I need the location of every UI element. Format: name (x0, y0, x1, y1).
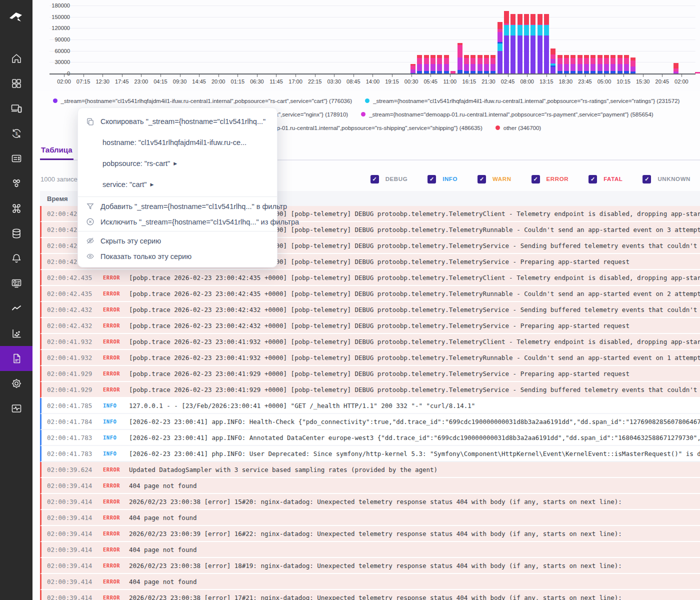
menu-exclude-filter[interactable]: Исключить "_stream={hostname="cl1v541rlh… (78, 214, 277, 230)
chart-bar[interactable] (564, 55, 569, 74)
bar-segment-magenta (458, 58, 462, 70)
table-row[interactable]: 02:00:42.432ERROR[pobp.trace 2026-02-23 … (40, 318, 700, 334)
chart-bar[interactable] (590, 55, 596, 74)
sidebar-item-monitoring-waveform[interactable] (0, 396, 32, 421)
sidebar-item-devices[interactable] (0, 96, 32, 121)
chart-bar[interactable] (630, 58, 636, 74)
legend-item[interactable]: other (346700) (496, 125, 541, 131)
table-row[interactable]: 02:00:41.784INFO[2026-02-23 23:00:41] ap… (40, 414, 700, 430)
sidebar-item-settings-gear[interactable] (0, 371, 32, 396)
chart-bar[interactable] (410, 64, 416, 74)
sidebar-item-database[interactable] (0, 221, 32, 246)
level-filter-error[interactable]: ✓ERROR (532, 175, 569, 184)
chart-bar[interactable] (584, 55, 589, 74)
chart-bar[interactable] (550, 48, 556, 74)
legend-item[interactable]: _stream={hostname="cl1v541rlhqfajdm4il1-… (365, 98, 680, 104)
chart-bar[interactable] (674, 63, 678, 74)
table-row[interactable]: 02:00:39.624ERRORUpdated DatadogSampler … (40, 462, 700, 478)
chart-bar[interactable] (598, 55, 602, 74)
chart-bar[interactable] (504, 11, 509, 74)
chart-bar[interactable] (510, 14, 516, 74)
chart-bar[interactable] (604, 55, 609, 74)
chart-bar[interactable] (538, 14, 542, 74)
checkbox-checked-icon[interactable]: ✓ (588, 175, 597, 184)
legend-item[interactable]: _stream={hostname="demoapp-01.ru-central… (361, 112, 654, 118)
table-row[interactable]: 02:00:42.435ERROR[pobp.trace 2026-02-23 … (40, 286, 700, 302)
chart-bar[interactable] (424, 55, 429, 74)
level-filter-warn[interactable]: ✓WARN (478, 175, 512, 184)
chart-bar[interactable] (464, 55, 469, 74)
table-row[interactable]: 02:00:41.929ERROR[pobp.trace 2026-02-23 … (40, 382, 700, 398)
tab-table[interactable]: Таблица (40, 142, 74, 160)
table-row[interactable]: 02:00:41.785INFO127.0.0.1 - - [23/Feb/20… (40, 398, 700, 414)
table-row[interactable]: 02:00:41.783INFO[2026-02-23 23:00:41] ap… (40, 430, 700, 446)
checkbox-checked-icon[interactable]: ✓ (428, 175, 436, 184)
bar-segment-red (524, 14, 529, 24)
table-row[interactable]: 02:00:41.932ERROR[pobp.trace 2026-02-23 … (40, 334, 700, 350)
sidebar-item-billing-sync[interactable]: $ (0, 121, 32, 146)
checkbox-checked-icon[interactable]: ✓ (370, 175, 379, 184)
table-row[interactable]: 02:00:39.414ERROR2026/02/23 23:00:38 [er… (40, 558, 700, 574)
chart-bar[interactable] (578, 55, 582, 74)
table-row[interactable]: 02:00:41.932ERROR[pobp.trace 2026-02-23 … (40, 350, 700, 366)
sidebar-item-scatter-chart[interactable] (0, 321, 32, 346)
chart-bar[interactable] (498, 22, 502, 74)
table-row[interactable]: 02:00:42.435ERROR[pobp.trace 2026-02-23 … (40, 270, 700, 286)
table-row[interactable]: 02:00:42.432ERROR[pobp.trace 2026-02-23 … (40, 302, 700, 318)
menu-field-service[interactable]: service: "cart" ▶ (78, 174, 277, 195)
chart-bar[interactable] (558, 55, 562, 74)
checkbox-checked-icon[interactable]: ✓ (532, 175, 540, 184)
sidebar-item-cluster-hexagons[interactable] (0, 171, 32, 196)
table-row[interactable]: 02:00:41.929ERROR[pobp.trace 2026-02-23 … (40, 366, 700, 382)
legend-item[interactable]: _stream={hostname="cl1v541rlhqfajdm4il1-… (53, 98, 352, 104)
chart-bar[interactable] (518, 14, 522, 74)
table-row[interactable]: 02:00:39.414ERROR2026/02/23 23:00:38 [er… (40, 494, 700, 510)
chart-bar[interactable] (470, 55, 476, 74)
row-message: 404 page not found (129, 578, 700, 586)
sidebar-item-kiosk-dashboard[interactable] (0, 271, 32, 296)
checkbox-checked-icon[interactable]: ✓ (642, 175, 651, 184)
sidebar-item-notifications-bell[interactable] (0, 246, 32, 271)
sidebar-item-home[interactable] (0, 46, 32, 71)
row-message: [pobp.trace 2026-02-23 23:00:42:432 +000… (129, 322, 700, 330)
sidebar-item-command[interactable] (0, 196, 32, 221)
sidebar-item-trend-line[interactable] (0, 296, 32, 321)
chart-bar[interactable] (610, 55, 616, 74)
chart-bar[interactable] (430, 55, 436, 74)
chart-bar[interactable] (478, 55, 482, 74)
chart-bar[interactable] (695, 72, 700, 74)
table-row[interactable]: 02:00:39.414ERROR2026/02/23 23:00:38 [er… (40, 590, 700, 600)
level-filter-fatal[interactable]: ✓FATAL (588, 175, 622, 184)
sidebar-item-server[interactable] (0, 146, 32, 171)
chart-bar[interactable] (530, 14, 536, 74)
chart-bar[interactable] (490, 55, 496, 74)
chart-bar[interactable] (618, 55, 622, 74)
table-row[interactable]: 02:00:39.414ERROR404 page not found (40, 478, 700, 494)
table-row[interactable]: 02:00:41.783INFO[2026-02-23 23:00:41] ph… (40, 446, 700, 462)
level-filter-debug[interactable]: ✓DEBUG (370, 175, 408, 184)
table-row[interactable]: 02:00:39.414ERROR404 page not found (40, 574, 700, 590)
chart-bar[interactable] (444, 55, 449, 74)
chart-bar[interactable] (417, 55, 422, 74)
chart-bar[interactable] (437, 55, 442, 74)
menu-copy[interactable]: Скопировать "_stream={hostname="cl1v541r… (78, 111, 277, 132)
level-filter-unknown[interactable]: ✓UNKNOWN (642, 175, 690, 184)
menu-field-hostname[interactable]: hostname: "cl1v541rlhqfajdm4il1-ifuw.ru-… (78, 132, 277, 153)
sidebar-item-logs-document[interactable] (0, 346, 32, 371)
chart-bar[interactable] (544, 14, 549, 74)
table-row[interactable]: 02:00:39.414ERROR404 page not found (40, 542, 700, 558)
chart-bar[interactable] (570, 55, 576, 74)
sidebar-item-apps-grid[interactable] (0, 71, 32, 96)
menu-add-filter[interactable]: Добавить "_stream={hostname="cl1v541rlhq… (78, 198, 277, 214)
menu-show-only-series[interactable]: Показать только эту серию (78, 248, 277, 264)
chart-bar[interactable] (458, 43, 462, 74)
level-filter-info[interactable]: ✓INFO (428, 175, 458, 184)
menu-field-pobpsource[interactable]: pobpsource: "rs-cart" ▶ (78, 153, 277, 174)
table-row[interactable]: 02:00:39.414ERROR2026/02/23 23:00:39 [er… (40, 526, 700, 542)
checkbox-checked-icon[interactable]: ✓ (478, 175, 486, 184)
menu-hide-series[interactable]: Скрыть эту серию (78, 233, 277, 248)
chart-bar[interactable] (624, 55, 629, 74)
chart-bar[interactable] (484, 55, 489, 74)
chart-bar[interactable] (524, 14, 529, 74)
table-row[interactable]: 02:00:39.414ERROR404 page not found (40, 510, 700, 526)
